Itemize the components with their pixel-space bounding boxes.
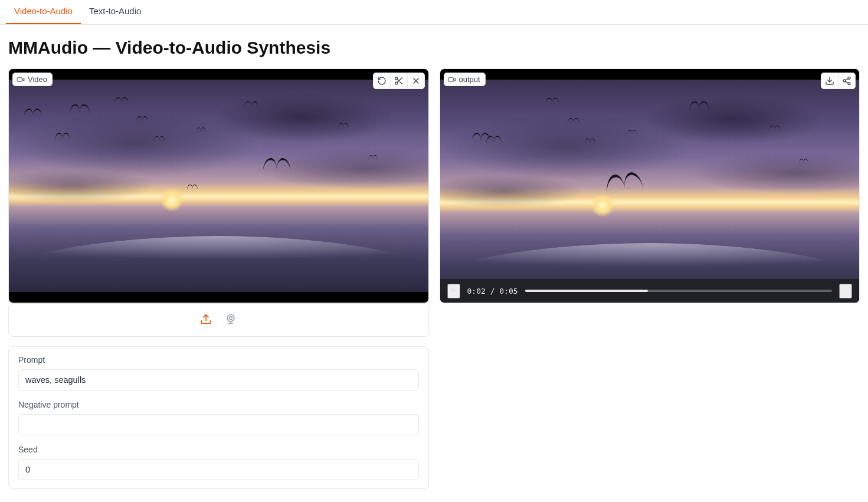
- webcam-button[interactable]: [222, 311, 239, 329]
- bird-icon: [153, 136, 164, 140]
- bird-icon: [244, 101, 258, 107]
- bird-icon: [338, 123, 349, 127]
- upload-button[interactable]: [198, 311, 214, 329]
- svg-marker-18: [451, 287, 457, 294]
- svg-line-5: [397, 79, 399, 81]
- output-video-panel[interactable]: output: [440, 68, 860, 303]
- bird-icon: [114, 97, 128, 102]
- prompt-label: Prompt: [18, 355, 419, 365]
- seed-input[interactable]: [18, 459, 419, 480]
- page-title: MMAudio — Video-to-Audio Synthesis: [8, 38, 860, 58]
- bird-icon: [187, 185, 198, 189]
- webcam-icon: [225, 313, 237, 325]
- fullscreen-button[interactable]: [839, 284, 852, 298]
- seed-label: Seed: [18, 445, 419, 454]
- bird-icon: [24, 109, 42, 116]
- scissors-icon: [394, 76, 404, 86]
- close-icon: [411, 76, 421, 86]
- svg-rect-0: [17, 77, 22, 81]
- share-button[interactable]: [838, 73, 855, 88]
- upload-row-panel: [8, 303, 429, 337]
- svg-point-9: [227, 315, 234, 322]
- form-panel: Prompt Negative prompt Seed: [8, 346, 429, 489]
- play-button[interactable]: [447, 284, 460, 298]
- output-video-label-text: output: [459, 75, 480, 84]
- bird-icon: [800, 159, 809, 162]
- upload-icon: [200, 313, 212, 325]
- output-video-label: output: [444, 73, 486, 86]
- tab-video-to-audio[interactable]: Video-to-Audio: [6, 0, 81, 24]
- fullscreen-icon: [840, 285, 851, 296]
- bird-icon: [368, 155, 378, 159]
- svg-rect-11: [448, 77, 453, 81]
- bird-icon: [263, 158, 290, 169]
- output-video-preview: [440, 80, 860, 303]
- seek-track[interactable]: [525, 290, 832, 292]
- bird-icon: [627, 130, 637, 133]
- bird-icon: [196, 127, 206, 131]
- playback-time: 0:02 / 0:05: [467, 287, 518, 296]
- current-time: 0:02: [467, 287, 486, 296]
- share-icon: [842, 76, 851, 86]
- bird-icon: [486, 136, 502, 142]
- bird-icon: [585, 139, 595, 143]
- input-video-preview: [9, 80, 428, 292]
- negative-prompt-input[interactable]: [18, 414, 419, 435]
- input-video-label: Video: [12, 73, 53, 86]
- input-video-panel[interactable]: Video: [8, 68, 429, 303]
- duration: 0:05: [499, 287, 517, 296]
- prompt-input[interactable]: [18, 369, 419, 391]
- download-button[interactable]: [821, 73, 838, 88]
- tab-text-to-audio[interactable]: Text-to-Audio: [81, 0, 149, 24]
- bird-icon: [55, 133, 70, 139]
- svg-point-10: [230, 317, 232, 320]
- negative-prompt-label: Negative prompt: [18, 400, 419, 409]
- bird-icon: [567, 118, 579, 123]
- input-video-actions: [373, 73, 425, 89]
- download-icon: [825, 76, 834, 86]
- output-video-actions: [821, 73, 856, 89]
- svg-line-17: [846, 78, 849, 80]
- video-icon: [17, 76, 25, 84]
- bird-icon: [769, 125, 780, 129]
- input-video-label-text: Video: [28, 75, 47, 84]
- video-icon: [448, 76, 456, 84]
- undo-icon: [377, 76, 386, 86]
- play-icon: [448, 285, 459, 296]
- bird-icon: [70, 104, 90, 112]
- svg-line-4: [399, 82, 402, 84]
- tabs: Video-to-Audio Text-to-Audio: [0, 0, 868, 25]
- clear-button[interactable]: [408, 73, 424, 88]
- bird-icon: [545, 98, 559, 103]
- svg-line-16: [846, 81, 849, 83]
- undo-button[interactable]: [374, 73, 391, 88]
- bird-icon: [136, 116, 149, 121]
- bird-icon: [689, 101, 709, 109]
- video-controls: 0:02 / 0:05: [440, 279, 860, 303]
- trim-button[interactable]: [391, 73, 408, 88]
- seek-progress: [525, 290, 648, 292]
